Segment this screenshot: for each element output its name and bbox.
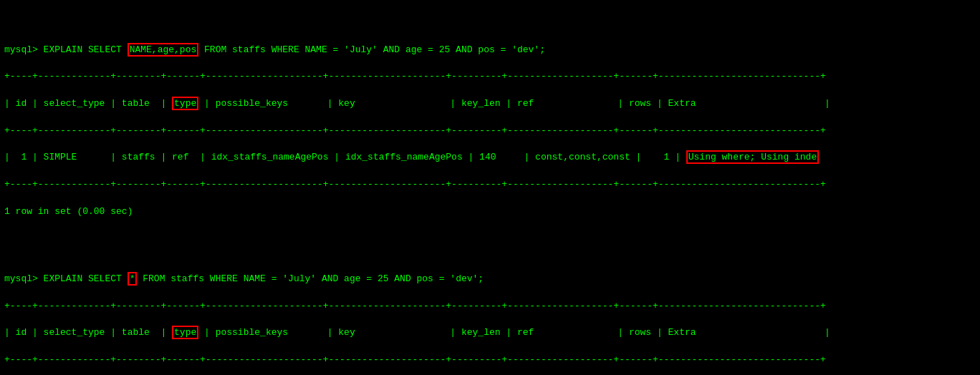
q2-separator2: +----+-------------+--------+------+----… — [4, 354, 976, 367]
q1-command: mysql> EXPLAIN SELECT NAME,age,pos FROM … — [4, 44, 976, 57]
q1-separator1: +----+-------------+--------+------+----… — [4, 70, 976, 84]
q2-separator1: +----+-------------+--------+------+----… — [4, 300, 976, 313]
q2-header: | id | select_type | table | type | poss… — [4, 326, 976, 340]
q1-separator2: +----+-------------+--------+------+----… — [4, 125, 976, 138]
blank-1 — [4, 232, 976, 245]
highlight-name-age-pos: NAME,age,pos — [128, 43, 199, 57]
q1-row: | 1 | SIMPLE | staffs | ref | idx_staffs… — [4, 151, 976, 165]
highlight-type-1: type — [172, 97, 198, 110]
q2-command: mysql> EXPLAIN SELECT * FROM staffs WHER… — [4, 273, 976, 286]
highlight-star: * — [128, 272, 138, 286]
highlight-type-2: type — [172, 326, 198, 339]
terminal-output: mysql> EXPLAIN SELECT NAME,age,pos FROM … — [0, 0, 980, 375]
q1-rowcount: 1 row in set (0.00 sec) — [4, 205, 976, 219]
q1-header: | id | select_type | table | type | poss… — [4, 97, 976, 111]
q1-separator3: +----+-------------+--------+------+----… — [4, 178, 976, 192]
highlight-extra-1: Using where; Using inde — [686, 150, 819, 164]
